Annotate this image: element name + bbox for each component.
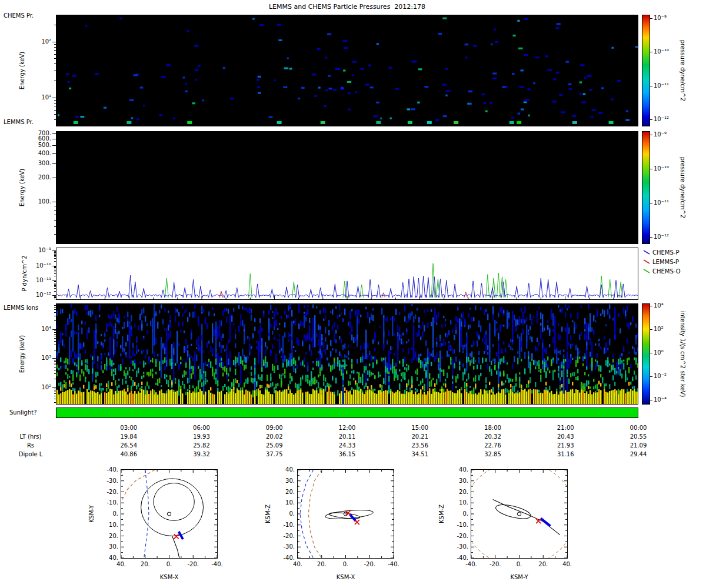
y-minor-tick — [54, 272, 56, 272]
ephemeris-value: 24.33 — [331, 442, 363, 449]
orbit-y-tick-label: 0. — [445, 510, 468, 517]
legend-label-chems-o: CHEMS-O — [652, 268, 681, 275]
colorbar-pressure-bottom — [642, 131, 650, 244]
y-minor-tick — [54, 226, 56, 227]
y-minor-tick — [54, 220, 56, 220]
orbit-y-tick-label: -30. — [445, 543, 468, 550]
colorbar-tick-label: 10⁻¹⁰ — [654, 165, 669, 172]
orbit-y-tick-label: -30. — [95, 477, 118, 485]
orbit-x-tick-label: -20. — [182, 561, 204, 568]
colorbar-tick — [650, 18, 652, 19]
ephemeris-value: 31.16 — [550, 451, 581, 458]
orbit-y-tick-label: 30. — [95, 543, 118, 550]
legend-item-lemms-p: LEMMS-P — [642, 258, 679, 265]
orbit-y-tick-label: 0. — [95, 510, 118, 517]
sunlight-label: Sunlight? — [9, 409, 37, 416]
ephemeris-value: 20.55 — [622, 433, 654, 440]
y-minor-tick — [54, 305, 56, 306]
y-minor-tick — [54, 178, 56, 178]
ephemeris-value: 25.82 — [186, 442, 218, 449]
y-tick — [52, 329, 56, 330]
orbit-a-xlabel: KSM-X — [121, 574, 218, 581]
time-tick-label: 21:00 — [551, 425, 580, 432]
orbit-shape-path — [308, 470, 322, 558]
colorbar-label-intensity: intensity 1/(s cm^2 ster keV) — [679, 311, 686, 397]
y-minor-tick — [54, 298, 56, 298]
ephemeris-row-label-lt: LT (hrs) — [7, 433, 54, 440]
y-minor-tick — [54, 291, 56, 292]
ephemeris-value: 32.85 — [477, 451, 509, 458]
orbit-shape-circle — [471, 470, 567, 558]
ephemeris-value: 21.93 — [550, 442, 581, 449]
y-minor-tick — [54, 345, 56, 345]
y-tick-label: 10³ — [19, 355, 51, 362]
colorbar-tick — [650, 169, 652, 169]
colorbar-tick — [650, 119, 652, 120]
colorbar-tick-label: 10⁻¹⁰ — [654, 48, 669, 55]
y-minor-tick — [54, 64, 56, 64]
legend-label-chems-p: CHEMS-P — [652, 249, 679, 256]
colorbar-tick-label: 10⁰ — [654, 349, 664, 356]
orbit-x-tick-label: 20. — [532, 561, 554, 568]
y-tick-label: 10⁴ — [19, 326, 51, 333]
orbit-y-tick-label: -10. — [271, 522, 295, 529]
ylabel-pressure-timeseries: P dyn/cm^2 — [21, 255, 28, 291]
colorbar-tick-label: 10⁻¹² — [654, 233, 669, 240]
y-tick-label: 300. — [19, 160, 51, 167]
annotation-lemms-ions: LEMMS Ions — [4, 305, 38, 312]
colorbar-tick-label: 10⁻⁹ — [654, 131, 667, 138]
orbit-y-tick-label: 20. — [271, 489, 295, 496]
y-minor-tick — [54, 316, 56, 316]
ylabel-energy-panel1: Energy (keV) — [19, 52, 26, 89]
y-minor-tick — [54, 261, 56, 262]
y-tick-label: 10⁻¹⁰ — [19, 262, 51, 269]
ephemeris-value: 22.76 — [477, 442, 509, 449]
orbit-shape-circle — [141, 479, 204, 536]
y-minor-tick — [54, 119, 56, 120]
orbit-x-tick-label: 40. — [287, 561, 308, 568]
y-minor-tick — [54, 47, 56, 48]
colorbar-tick-label: 10⁴ — [654, 302, 664, 309]
y-minor-tick — [54, 106, 56, 106]
orbit-y-tick-label: 30. — [271, 477, 295, 485]
y-tick-label: 10⁻⁹ — [19, 247, 51, 254]
time-tick-label: 18:00 — [479, 425, 507, 432]
panel-chems-energy-spectrogram — [56, 131, 638, 244]
ephemeris-value: 20.11 — [331, 433, 363, 440]
y-minor-tick — [54, 393, 56, 394]
y-minor-tick — [54, 267, 56, 268]
y-tick — [52, 387, 56, 388]
orbit-y-tick-label: -20. — [445, 533, 468, 540]
lemms-ions-canvas — [56, 304, 638, 404]
y-minor-tick — [54, 360, 56, 360]
orbit-b-xlabel: KSM-X — [297, 574, 394, 581]
colorbar-tick-label: 10⁻¹¹ — [654, 199, 669, 206]
y-minor-tick — [54, 320, 56, 321]
colorbar-tick-label: 10² — [654, 326, 664, 333]
time-tick-label: 03:00 — [115, 425, 143, 432]
chems-o-line-icon — [642, 268, 651, 275]
y-minor-tick — [54, 273, 56, 274]
ephemeris-value: 20.21 — [404, 433, 436, 440]
ephemeris-value: 34.51 — [404, 451, 436, 458]
orbit-x-tick-label: -40. — [383, 561, 404, 568]
colorbar-tick — [650, 203, 652, 203]
ephemeris-value: 19.93 — [186, 433, 218, 440]
y-minor-tick — [54, 251, 56, 252]
series-CHEMS-O — [165, 263, 622, 298]
y-minor-tick — [54, 390, 56, 390]
orbit-shape-ellipse — [494, 502, 532, 522]
colorbar-tick — [650, 353, 652, 353]
y-minor-tick — [54, 361, 56, 362]
legend-label-lemms-p: LEMMS-P — [652, 259, 679, 265]
orbit-y-tick-label: -40. — [445, 554, 468, 562]
y-minor-tick — [54, 286, 56, 287]
orbit-ksmx-ksmz-canvas — [298, 470, 394, 558]
y-minor-tick — [54, 54, 56, 55]
y-minor-tick — [54, 367, 56, 368]
colorbar-label-pressure-top: pressure dyne/cm^2 — [679, 40, 686, 101]
ephemeris-value: 20.43 — [550, 433, 581, 440]
chems-pressure-canvas — [56, 15, 638, 126]
y-tick-label: 400. — [19, 150, 51, 157]
y-minor-tick — [54, 255, 56, 256]
